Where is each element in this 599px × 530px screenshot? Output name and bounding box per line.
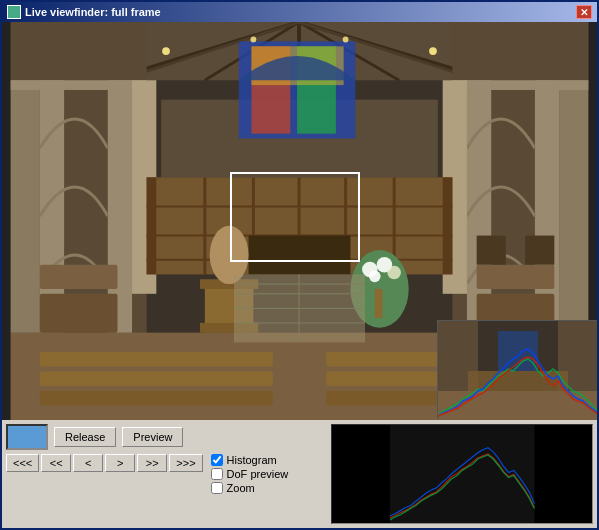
histogram-checkbox[interactable] [211, 454, 223, 466]
svg-point-49 [369, 271, 381, 283]
svg-rect-12 [40, 352, 273, 367]
app-icon [7, 5, 21, 19]
svg-rect-18 [11, 80, 40, 332]
preview-button[interactable]: Preview [122, 427, 183, 447]
controls-column: Release Preview <<< << < > >> >>> [6, 424, 203, 524]
svg-rect-13 [40, 371, 273, 386]
svg-rect-39 [249, 236, 351, 275]
zoom-label: Zoom [227, 482, 255, 494]
svg-rect-60 [525, 236, 554, 265]
svg-point-48 [387, 266, 401, 280]
nav-skip-end-button[interactable]: >>> [169, 454, 202, 472]
top-controls-row: Release Preview [6, 424, 203, 450]
svg-rect-50 [375, 289, 383, 318]
nav-rewind-button[interactable]: << [41, 454, 71, 472]
viewfinder-area [2, 22, 597, 420]
svg-point-62 [429, 47, 437, 55]
svg-rect-56 [40, 265, 118, 289]
nav-fast-forward-button[interactable]: >> [137, 454, 167, 472]
histogram-label: Histogram [227, 454, 277, 466]
nav-back-button[interactable]: < [73, 454, 103, 472]
mini-histogram-preview [437, 320, 597, 420]
zoom-checkbox[interactable] [211, 482, 223, 494]
svg-point-64 [343, 37, 349, 43]
dof-checkbox-row: DoF preview [211, 468, 323, 480]
close-button[interactable]: ✕ [576, 5, 592, 19]
svg-point-63 [250, 37, 256, 43]
zoom-checkbox-row: Zoom [211, 482, 323, 494]
histogram-checkbox-row: Histogram [211, 454, 323, 466]
nav-buttons-row: <<< << < > >> >>> [6, 454, 203, 472]
dof-checkbox[interactable] [211, 468, 223, 480]
histogram-area [331, 424, 593, 524]
svg-rect-22 [559, 80, 588, 332]
nav-rewind-fast-button[interactable]: <<< [6, 454, 39, 472]
bottom-panel: Release Preview <<< << < > >> >>> Histog… [2, 420, 597, 528]
svg-rect-14 [40, 391, 273, 406]
blue-indicator [6, 424, 48, 450]
histogram-chart [332, 425, 592, 523]
svg-rect-55 [40, 294, 118, 333]
release-button[interactable]: Release [54, 427, 116, 447]
svg-point-61 [162, 47, 170, 55]
svg-rect-58 [477, 265, 555, 289]
title-bar-left: Live viewfinder: full frame [7, 5, 161, 19]
nav-forward-button[interactable]: > [105, 454, 135, 472]
window-title: Live viewfinder: full frame [25, 6, 161, 18]
checkboxes-area: Histogram DoF preview Zoom [207, 424, 327, 524]
svg-rect-59 [477, 236, 506, 265]
dof-label: DoF preview [227, 468, 289, 480]
title-bar: Live viewfinder: full frame ✕ [2, 2, 597, 22]
main-window: Live viewfinder: full frame ✕ [0, 0, 599, 530]
